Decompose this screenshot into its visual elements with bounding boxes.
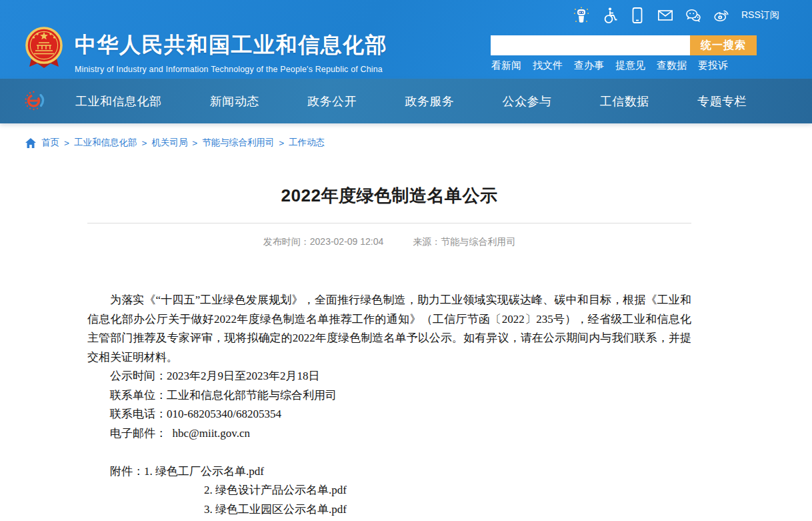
nav-item-gov-affairs[interactable]: 政务公开 xyxy=(307,93,357,109)
contact-phone-line: 联系电话：010-68205340/68205354 xyxy=(87,405,691,424)
nav-item-news[interactable]: 新闻动态 xyxy=(210,93,259,109)
mascot-icon[interactable] xyxy=(573,7,589,24)
source-value: 节能与综合利用司 xyxy=(441,236,515,247)
mobile-icon[interactable] xyxy=(629,7,645,24)
contact-unit-line: 联系单位：工业和信息化部节能与综合利用司 xyxy=(87,386,691,406)
site-title-en: Ministry of Industry and Information Tec… xyxy=(75,65,387,74)
breadcrumb-separator: > xyxy=(64,138,69,148)
accessibility-icon[interactable] xyxy=(601,7,617,24)
article-title: 2022年度绿色制造名单公示 xyxy=(87,184,691,207)
attachments-line: 附件：1. 绿色工厂公示名单.pdf xyxy=(87,462,691,482)
article: 2022年度绿色制造名单公示 发布时间：2023-02-09 12:04 来源：… xyxy=(87,184,691,521)
miit-e-logo-icon xyxy=(24,90,47,111)
main-navbar: 工业和信息化部 新闻动态 政务公开 政务服务 公众参与 工信数据 专题专栏 xyxy=(0,79,812,123)
nav-menu: 工业和信息化部 新闻动态 政务公开 政务服务 公众参与 工信数据 专题专栏 xyxy=(0,93,812,109)
article-source: 来源：节能与综合利用司 xyxy=(413,236,515,247)
mail-icon[interactable] xyxy=(657,7,673,24)
source-label: 来源： xyxy=(413,236,441,247)
breadcrumb-separator: > xyxy=(192,138,197,148)
breadcrumb-energy-dept[interactable]: 节能与综合利用司 xyxy=(202,137,274,149)
quick-link-documents[interactable]: 找文件 xyxy=(533,59,563,72)
weibo-icon[interactable] xyxy=(713,7,729,24)
national-emblem-logo xyxy=(24,27,64,71)
home-icon[interactable] xyxy=(25,138,36,148)
site-header: 中华人民共和国工业和信息化部 Ministry of Industry and … xyxy=(0,0,812,79)
search-input[interactable] xyxy=(491,35,690,55)
attachments-label: 附件： xyxy=(110,465,144,478)
header-quick-links: 看新闻 找文件 查办事 提意见 查数据 要投诉 xyxy=(491,59,728,72)
nav-item-miit[interactable]: 工业和信息化部 xyxy=(75,93,162,109)
breadcrumb-separator: > xyxy=(279,138,284,148)
title-divider xyxy=(87,223,691,223)
publish-time-value: 2023-02-09 12:04 xyxy=(310,236,384,247)
breadcrumb: 首页 > 工业和信息化部 > 机关司局 > 节能与综合利用司 > 工作动态 xyxy=(0,123,812,149)
breadcrumb-miit[interactable]: 工业和信息化部 xyxy=(74,137,137,149)
site-title-cn: 中华人民共和国工业和信息化部 xyxy=(75,31,387,60)
blank-line xyxy=(87,443,691,462)
quick-link-data[interactable]: 查数据 xyxy=(657,59,687,72)
publish-time-label: 发布时间： xyxy=(263,236,310,247)
breadcrumb-separator: > xyxy=(141,138,147,148)
attachment-link-green-industrial-parks[interactable]: 3. 绿色工业园区公示名单.pdf xyxy=(204,500,691,520)
breadcrumb-departments[interactable]: 机关司局 xyxy=(151,137,187,149)
article-body: 为落实《“十四五”工业绿色发展规划》，全面推行绿色制造，助力工业领域实现碳达峰、… xyxy=(87,291,691,521)
contact-email-line: 电子邮件： hbc@miit.gov.cn xyxy=(87,424,691,444)
publish-time: 发布时间：2023-02-09 12:04 xyxy=(263,236,384,247)
page-content: 首页 > 工业和信息化部 > 机关司局 > 节能与综合利用司 > 工作动态 20… xyxy=(0,123,812,521)
publicity-period-line: 公示时间：2023年2月9日至2023年2月18日 xyxy=(87,367,691,386)
article-paragraph: 为落实《“十四五”工业绿色发展规划》，全面推行绿色制造，助力工业领域实现碳达峰、… xyxy=(87,291,691,367)
breadcrumb-home[interactable]: 首页 xyxy=(41,137,59,149)
quick-link-complaint[interactable]: 要投诉 xyxy=(698,59,728,72)
quick-link-feedback[interactable]: 提意见 xyxy=(615,59,645,72)
attachment-link-green-factory[interactable]: 1. 绿色工厂公示名单.pdf xyxy=(144,465,264,478)
article-meta: 发布时间：2023-02-09 12:04 来源：节能与综合利用司 xyxy=(87,236,691,248)
attachment-link-green-design-products[interactable]: 2. 绿色设计产品公示名单.pdf xyxy=(204,481,691,500)
quick-link-services[interactable]: 查办事 xyxy=(574,59,604,72)
quick-link-news[interactable]: 看新闻 xyxy=(491,59,521,72)
site-title-link[interactable]: 中华人民共和国工业和信息化部 Ministry of Industry and … xyxy=(75,31,387,74)
nav-item-special-topics[interactable]: 专题专栏 xyxy=(697,93,747,109)
nav-item-public-participation[interactable]: 公众参与 xyxy=(503,93,552,109)
wechat-icon[interactable] xyxy=(685,7,701,24)
header-utility-icons: RSS订阅 xyxy=(573,5,779,25)
breadcrumb-work-updates[interactable]: 工作动态 xyxy=(289,137,325,149)
search-button[interactable]: 统一搜索 xyxy=(690,35,757,55)
nav-item-gov-services[interactable]: 政务服务 xyxy=(405,93,454,109)
nav-item-industry-data[interactable]: 工信数据 xyxy=(600,93,649,109)
rss-subscribe-link[interactable]: RSS订阅 xyxy=(741,9,779,21)
search-bar: 统一搜索 xyxy=(491,35,757,55)
